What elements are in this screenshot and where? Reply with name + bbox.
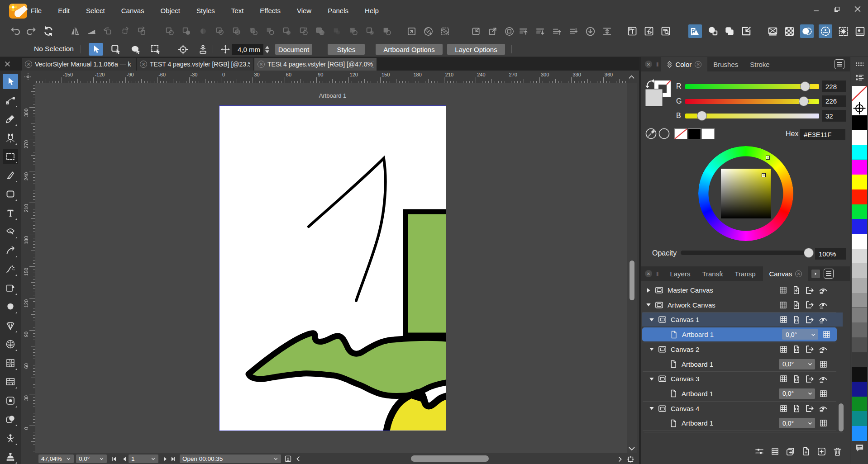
rotation-dropdown[interactable]: 0,0° bbox=[779, 388, 815, 399]
document-tab-3[interactable]: ✕TESt 4 pages.vstyler [RGB] [@47.0%] bbox=[254, 58, 377, 71]
artboard-row[interactable]: Artboard 10,0° bbox=[642, 387, 843, 401]
tab-close-icon[interactable]: ✕ bbox=[795, 270, 802, 277]
chevron-right-icon[interactable] bbox=[615, 455, 624, 464]
canvas-row[interactable]: Canvas 2 bbox=[642, 342, 843, 356]
swatch-color[interactable] bbox=[852, 249, 867, 264]
tab-close-icon[interactable]: ✕ bbox=[140, 61, 147, 68]
tool-puppet-warp[interactable] bbox=[3, 431, 18, 446]
next-page-button[interactable] bbox=[161, 455, 169, 463]
document-button[interactable]: Document bbox=[275, 44, 312, 55]
grid-icon[interactable] bbox=[822, 330, 831, 339]
select-arrow-button[interactable] bbox=[89, 43, 103, 56]
menu-help[interactable]: Help bbox=[357, 5, 387, 16]
mask-circle-icon[interactable] bbox=[800, 24, 814, 38]
image-panel-icon[interactable] bbox=[688, 24, 702, 38]
rotation-dropdown[interactable]: 0,0° bbox=[782, 329, 818, 340]
grid-icon[interactable] bbox=[779, 374, 788, 384]
menu-view[interactable]: View bbox=[289, 5, 320, 16]
anchor-pivot-button[interactable] bbox=[196, 43, 210, 56]
swatch-color[interactable] bbox=[852, 219, 867, 234]
grid-icon[interactable] bbox=[819, 360, 828, 369]
bool-exclude-icon[interactable] bbox=[214, 25, 226, 37]
bool-back-icon[interactable] bbox=[314, 25, 326, 37]
white-color-swatch[interactable] bbox=[701, 128, 715, 139]
grid-icon[interactable] bbox=[779, 404, 788, 413]
circle-icon[interactable] bbox=[658, 128, 670, 139]
select-ellipse-button[interactable] bbox=[129, 43, 143, 56]
bool-trim-icon[interactable] bbox=[248, 25, 259, 37]
tool-magnet-snap[interactable] bbox=[3, 130, 18, 146]
swatch-color[interactable] bbox=[852, 263, 867, 278]
rotation-dropdown[interactable]: 0,0° bbox=[779, 359, 815, 369]
panel-grip[interactable]: ‖ bbox=[656, 270, 659, 277]
artboard[interactable] bbox=[219, 106, 446, 431]
minimize-button[interactable] bbox=[806, 0, 826, 18]
rotation-dropdown[interactable]: 0,0° bbox=[76, 455, 107, 463]
bool-shape1-icon[interactable] bbox=[348, 25, 359, 37]
swatch-color[interactable] bbox=[852, 382, 867, 397]
swatch-color[interactable] bbox=[852, 278, 867, 293]
flip-horizontal-icon[interactable] bbox=[69, 25, 81, 37]
tool-symbol-tool[interactable] bbox=[3, 393, 18, 408]
envelope-icon[interactable] bbox=[767, 25, 778, 37]
artboard-row[interactable]: Artboard 10,0° bbox=[642, 357, 843, 371]
collapse-triangle-icon[interactable] bbox=[649, 346, 654, 352]
edit-inside-icon[interactable] bbox=[470, 25, 482, 37]
artboard-options-button[interactable]: Artboard Options bbox=[376, 44, 443, 55]
channel-slider-G[interactable] bbox=[685, 99, 819, 104]
bool-shape2-icon[interactable] bbox=[364, 25, 376, 37]
rotate-copy-icon[interactable] bbox=[136, 25, 148, 37]
panel-tab-canvas[interactable]: Canvas✕ bbox=[763, 266, 808, 281]
bool-shape3-icon[interactable] bbox=[381, 25, 393, 37]
zoom-dropdown[interactable]: 47,04% bbox=[38, 455, 74, 463]
tool-page-transform[interactable] bbox=[3, 280, 18, 296]
file-code-icon[interactable] bbox=[792, 374, 801, 384]
grid-icon[interactable] bbox=[770, 447, 780, 456]
tool-knife[interactable] bbox=[3, 168, 18, 183]
eyedropper-icon[interactable] bbox=[645, 128, 657, 139]
rotate-object-icon[interactable] bbox=[102, 25, 114, 37]
swatch-color[interactable] bbox=[852, 367, 867, 382]
menu-object[interactable]: Object bbox=[153, 5, 188, 16]
vertical-scrollbar-thumb[interactable] bbox=[630, 260, 634, 300]
prev-page-button[interactable] bbox=[120, 455, 129, 463]
tool-fan-tool[interactable] bbox=[3, 318, 18, 333]
visibility-icon[interactable] bbox=[818, 403, 828, 413]
sv-marker[interactable] bbox=[762, 173, 766, 177]
swatch-color[interactable] bbox=[852, 204, 867, 219]
page-dropdown[interactable]: 1 bbox=[129, 455, 158, 463]
effects-panel-icon[interactable] bbox=[643, 25, 655, 37]
bool-unite-icon[interactable] bbox=[164, 25, 176, 37]
channel-value-G[interactable]: 226 bbox=[822, 95, 846, 107]
grid-icon[interactable] bbox=[778, 285, 788, 295]
swatch-color[interactable] bbox=[852, 234, 867, 249]
export-icon[interactable] bbox=[805, 374, 815, 384]
sync-icon[interactable] bbox=[43, 25, 54, 37]
swatch-color[interactable] bbox=[852, 322, 867, 337]
snap-box-icon[interactable] bbox=[837, 25, 849, 37]
document-tab-2[interactable]: ✕TEST 4 pages.vstyler [RGB] [@23.5 bbox=[137, 58, 253, 71]
black-color-swatch[interactable] bbox=[688, 128, 701, 139]
bool-merge-icon[interactable] bbox=[264, 25, 276, 37]
bool-subtract-icon[interactable] bbox=[181, 25, 192, 37]
dots-grid-icon[interactable] bbox=[854, 60, 865, 71]
shear-icon[interactable] bbox=[86, 25, 97, 37]
close-icon[interactable]: ✕ bbox=[645, 270, 652, 277]
swatch-color[interactable] bbox=[852, 293, 867, 308]
add-plus-icon[interactable] bbox=[816, 446, 827, 457]
ruler-origin-button[interactable] bbox=[21, 71, 35, 83]
panel-grip[interactable]: ‖ bbox=[656, 61, 659, 68]
canvas-row[interactable]: Canvas 1 bbox=[642, 312, 843, 327]
channel-handle-R[interactable] bbox=[800, 81, 810, 91]
bool-shade-icon[interactable] bbox=[331, 25, 343, 37]
panel-tab-transp[interactable]: Transp bbox=[729, 266, 763, 281]
collapse-triangle-icon[interactable] bbox=[649, 406, 654, 411]
tool-lattice-warp[interactable] bbox=[3, 355, 18, 371]
target-crosshair-button[interactable] bbox=[176, 43, 190, 56]
tool-text-tool[interactable] bbox=[3, 205, 18, 221]
canvas-row[interactable]: Canvas 4 bbox=[642, 402, 843, 416]
trash-icon[interactable] bbox=[832, 446, 843, 457]
save-view-button[interactable] bbox=[284, 455, 292, 463]
timer-dropdown[interactable]: Open 00:00:35 bbox=[180, 455, 281, 463]
transparency-grid-icon[interactable] bbox=[783, 25, 795, 37]
